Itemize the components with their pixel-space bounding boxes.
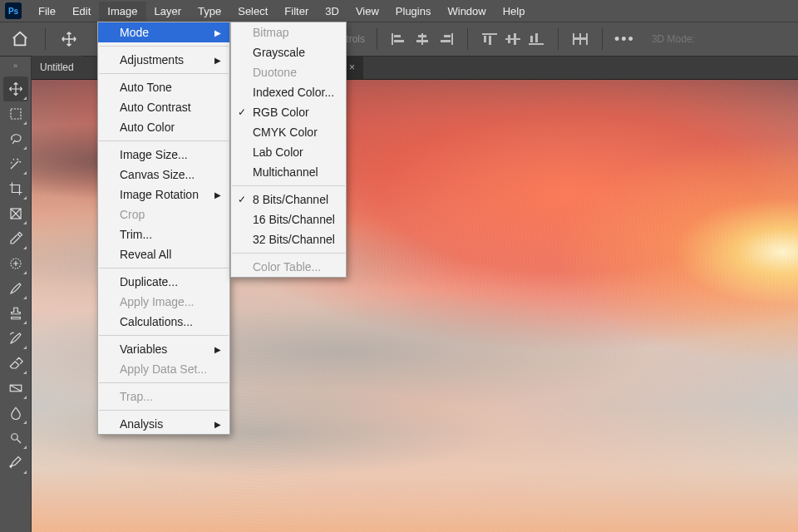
menubar: Ps FileEditImageLayerTypeSelectFilter3DV… (0, 0, 798, 22)
menu-item-label: Calculations... (120, 315, 193, 328)
menu-item-color-table: Color Table... (231, 257, 346, 277)
menu-item-analysis[interactable]: Analysis▶ (98, 414, 229, 434)
menu-item-label: Image Rotation (120, 188, 199, 201)
tool-lasso[interactable] (3, 126, 28, 151)
svg-rect-0 (11, 109, 21, 119)
home-button[interactable] (7, 26, 33, 52)
menubar-edit[interactable]: Edit (64, 2, 99, 21)
menu-item-calculations[interactable]: Calculations... (98, 312, 229, 332)
menubar-3d[interactable]: 3D (317, 2, 347, 21)
align-left-button[interactable] (389, 29, 409, 49)
more-options-button[interactable]: ••• (614, 31, 635, 48)
menu-item-auto-color[interactable]: Auto Color (98, 117, 229, 137)
menu-item-duplicate[interactable]: Duplicate... (98, 272, 229, 292)
menu-item-indexed-color[interactable]: Indexed Color... (231, 82, 346, 102)
move-tool-icon[interactable] (57, 27, 81, 51)
menu-separator (99, 140, 229, 141)
menu-item-cmyk-color[interactable]: CMYK Color (231, 122, 346, 142)
menu-item-label: Mode (120, 26, 149, 39)
document-tab[interactable]: Untitled (32, 56, 82, 79)
menu-item-reveal-all[interactable]: Reveal All (98, 244, 229, 264)
menu-item-variables[interactable]: Variables▶ (98, 339, 229, 359)
menubar-type[interactable]: Type (190, 2, 229, 21)
tool-brush[interactable] (3, 276, 28, 301)
menu-item-label: Auto Tone (120, 81, 172, 94)
menu-item-label: Duplicate... (120, 275, 178, 288)
tool-healing[interactable] (3, 251, 28, 276)
menu-separator (99, 410, 229, 411)
menu-item-label: Grayscale (253, 46, 305, 59)
tool-marquee[interactable] (3, 101, 28, 126)
menu-item-adjustments[interactable]: Adjustments▶ (98, 50, 229, 70)
menu-item-label: Indexed Color... (253, 86, 334, 99)
tool-dodge[interactable] (3, 426, 28, 451)
menu-item-label: Color Table... (253, 260, 321, 273)
menu-separator (232, 185, 345, 186)
menu-item-apply-image: Apply Image... (98, 292, 229, 312)
close-tab-icon[interactable]: × (349, 62, 355, 73)
menu-item-auto-tone[interactable]: Auto Tone (98, 77, 229, 97)
menu-item-label: Adjustments (120, 53, 184, 66)
align-center-h-button[interactable] (412, 29, 432, 49)
submenu-arrow-icon: ▶ (214, 28, 221, 37)
tool-gradient[interactable] (3, 376, 28, 401)
tool-pen[interactable] (3, 451, 28, 475)
menu-separator (99, 268, 229, 268)
menubar-window[interactable]: Window (439, 2, 494, 21)
distribute-group (570, 29, 590, 49)
distribute-h-button[interactable] (570, 29, 590, 49)
tool-frame[interactable] (3, 201, 28, 226)
menu-item-mode[interactable]: Mode▶ (98, 22, 229, 42)
menubar-plugins[interactable]: Plugins (387, 2, 440, 21)
menubar-layer[interactable]: Layer (146, 2, 190, 21)
align-right-button[interactable] (436, 29, 456, 49)
menubar-help[interactable]: Help (495, 2, 534, 21)
menu-item-auto-contrast[interactable]: Auto Contrast (98, 97, 229, 117)
mode-submenu: BitmapGrayscaleDuotoneIndexed Color...✓R… (230, 22, 347, 278)
menu-separator (99, 382, 229, 383)
menu-separator (99, 46, 229, 47)
menu-item-lab-color[interactable]: Lab Color (231, 142, 346, 162)
menu-item-trim[interactable]: Trim... (98, 224, 229, 244)
menubar-filter[interactable]: Filter (276, 2, 317, 21)
menu-item-label: CMYK Color (253, 126, 318, 139)
menu-item-16-bits-channel[interactable]: 16 Bits/Channel (231, 209, 346, 229)
menubar-select[interactable]: Select (229, 2, 276, 21)
check-icon: ✓ (238, 194, 246, 205)
align-bottom-button[interactable] (526, 29, 546, 49)
align-top-button[interactable] (480, 29, 500, 49)
menu-item-rgb-color[interactable]: ✓RGB Color (231, 102, 346, 122)
menu-item-canvas-size[interactable]: Canvas Size... (98, 165, 229, 185)
menu-item-label: 8 Bits/Channel (253, 193, 328, 206)
tool-move[interactable] (3, 76, 28, 101)
tool-crop[interactable] (3, 176, 28, 201)
submenu-arrow-icon: ▶ (214, 190, 221, 200)
menu-item-label: Auto Color (120, 121, 175, 134)
menu-separator (232, 253, 345, 254)
menu-item-grayscale[interactable]: Grayscale (231, 42, 346, 62)
tool-history-brush[interactable] (3, 326, 28, 351)
menu-item-image-size[interactable]: Image Size... (98, 145, 229, 165)
menu-item-image-rotation[interactable]: Image Rotation▶ (98, 185, 229, 204)
image-menu: Mode▶Adjustments▶Auto ToneAuto ContrastA… (97, 22, 230, 435)
tool-wand[interactable] (3, 151, 28, 176)
menubar-view[interactable]: View (347, 2, 387, 21)
tool-eraser[interactable] (3, 351, 28, 376)
menu-item-multichannel[interactable]: Multichannel (231, 162, 346, 182)
collapse-tools-icon[interactable]: » (13, 62, 17, 73)
menu-item-32-bits-channel[interactable]: 32 Bits/Channel (231, 229, 346, 249)
menu-item-apply-data-set: Apply Data Set... (98, 359, 229, 379)
menubar-file[interactable]: File (30, 2, 64, 21)
3d-mode-label: 3D Mode: (652, 33, 695, 45)
menu-item-8-bits-channel[interactable]: ✓8 Bits/Channel (231, 190, 346, 209)
menu-separator (99, 73, 229, 74)
menubar-image[interactable]: Image (99, 2, 145, 21)
align-center-v-button[interactable] (503, 29, 523, 49)
menu-item-label: 16 Bits/Channel (253, 213, 335, 226)
menu-item-label: Image Size... (120, 148, 188, 161)
menu-item-label: Trap... (120, 390, 153, 403)
tool-blur[interactable] (3, 401, 28, 426)
tool-stamp[interactable] (3, 301, 28, 326)
tool-eyedropper[interactable] (3, 226, 28, 251)
menu-item-label: Lab Color (253, 145, 303, 159)
